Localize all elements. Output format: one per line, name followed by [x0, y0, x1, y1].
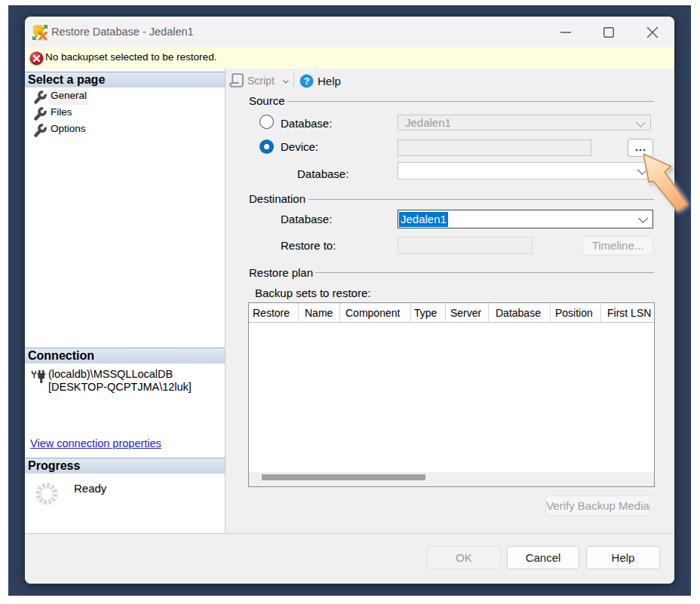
svg-text:?: ?: [304, 76, 310, 87]
